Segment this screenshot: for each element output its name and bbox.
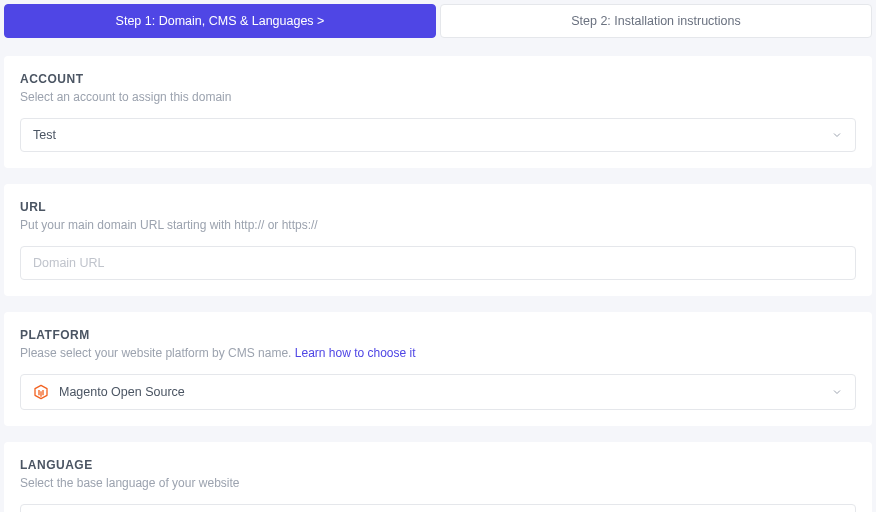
platform-title: PLATFORM — [20, 328, 856, 342]
account-subtitle: Select an account to assign this domain — [20, 90, 856, 104]
url-subtitle: Put your main domain URL starting with h… — [20, 218, 856, 232]
account-section: ACCOUNT Select an account to assign this… — [4, 56, 872, 168]
language-select[interactable]: Select language... — [20, 504, 856, 512]
step-1-tab[interactable]: Step 1: Domain, CMS & Languages > — [4, 4, 436, 38]
learn-link[interactable]: Learn how to choose it — [295, 346, 416, 360]
language-title: LANGUAGE — [20, 458, 856, 472]
step-2-tab[interactable]: Step 2: Installation instructions — [440, 4, 872, 38]
platform-subtitle-text: Please select your website platform by C… — [20, 346, 295, 360]
url-title: URL — [20, 200, 856, 214]
url-section: URL Put your main domain URL starting wi… — [4, 184, 872, 296]
stepper: Step 1: Domain, CMS & Languages > Step 2… — [0, 0, 876, 42]
platform-section: PLATFORM Please select your website plat… — [4, 312, 872, 426]
account-title: ACCOUNT — [20, 72, 856, 86]
platform-subtitle: Please select your website platform by C… — [20, 346, 856, 360]
language-subtitle: Select the base language of your website — [20, 476, 856, 490]
domain-url-input[interactable] — [20, 246, 856, 280]
platform-select-value: Magento Open Source — [59, 385, 185, 399]
account-select[interactable]: Test — [20, 118, 856, 152]
magento-icon — [33, 384, 49, 400]
chevron-down-icon — [831, 386, 843, 398]
chevron-down-icon — [831, 129, 843, 141]
account-select-value: Test — [33, 128, 56, 142]
platform-select[interactable]: Magento Open Source — [20, 374, 856, 410]
language-section: LANGUAGE Select the base language of you… — [4, 442, 872, 512]
